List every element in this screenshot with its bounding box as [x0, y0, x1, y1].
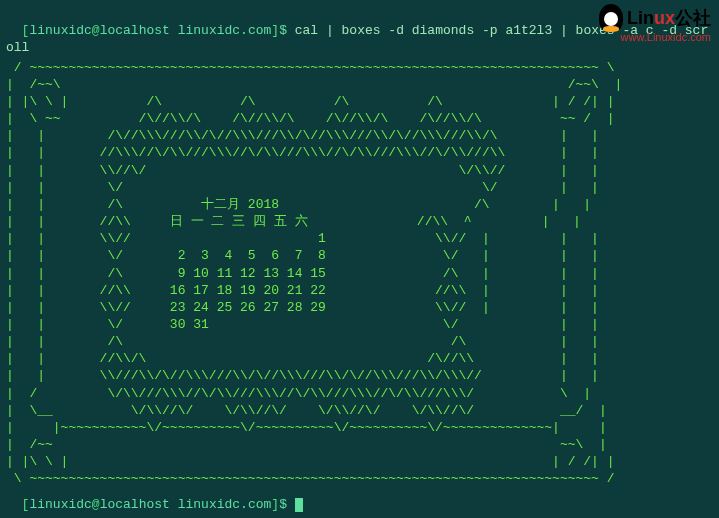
prompt-path: linuxidc.com	[178, 497, 272, 512]
prompt-line-1[interactable]: [linuxidc@localhost linuxidc.com]$ cal |…	[6, 4, 713, 57]
prompt-symbol: $	[279, 497, 287, 512]
prompt-close-bracket: ]	[271, 497, 279, 512]
prompt-line-2[interactable]: [linuxidc@localhost linuxidc.com]$	[6, 479, 303, 514]
prompt-path: linuxidc.com	[178, 23, 272, 38]
prompt-symbol: $	[279, 23, 287, 38]
prompt-at: @	[92, 497, 100, 512]
prompt-user: linuxidc	[29, 497, 91, 512]
prompt-at: @	[92, 23, 100, 38]
prompt-close-bracket: ]	[271, 23, 279, 38]
cursor-icon	[295, 498, 303, 512]
prompt-host: localhost	[100, 23, 170, 38]
prompt-user: linuxidc	[29, 23, 91, 38]
ascii-output: / ~~~~~~~~~~~~~~~~~~~~~~~~~~~~~~~~~~~~~~…	[6, 59, 713, 488]
prompt-host: localhost	[100, 497, 170, 512]
